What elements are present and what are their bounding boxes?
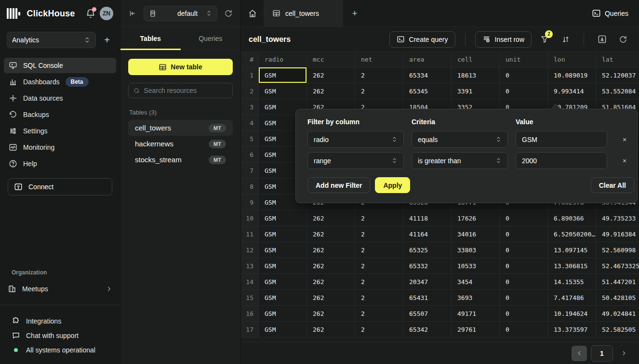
table-list-item-hackernews[interactable]: hackernews MT [128, 136, 233, 152]
previous-page-button[interactable] [572, 346, 587, 361]
add-workspace-button[interactable]: + [101, 34, 113, 46]
table-cell[interactable]: 262 [307, 290, 355, 306]
refresh-tables-icon[interactable] [223, 8, 234, 19]
table-cell[interactable]: 52.120037 [596, 67, 639, 83]
sidebar-item-sql-console[interactable]: SQL Console [4, 58, 116, 73]
filter-criteria-select-1[interactable]: equals [412, 131, 508, 148]
table-cell[interactable]: 3391 [452, 83, 500, 99]
table-cell[interactable]: 0 [500, 83, 548, 99]
table-cell[interactable]: 65325 [403, 242, 452, 258]
sidebar-item-monitoring[interactable]: Monitoring [4, 140, 116, 155]
table-cell[interactable]: 0 [500, 258, 548, 274]
table-cell[interactable]: 262 [307, 274, 355, 290]
table-cell[interactable]: 2 [355, 322, 403, 338]
search-input[interactable] [144, 87, 227, 94]
table-cell[interactable]: GSM [259, 258, 307, 274]
create-query-button[interactable]: Create query [389, 31, 455, 48]
sidebar-item-help[interactable]: Help [4, 156, 116, 171]
workspace-select[interactable]: Analytics [7, 32, 96, 48]
table-cell[interactable]: 6.52050200… [548, 226, 596, 242]
table-cell[interactable]: 0 [500, 290, 548, 306]
add-new-filter-button[interactable]: Add new Filter [307, 177, 370, 193]
system-status[interactable]: All systems operational [0, 343, 120, 357]
notifications-bell-icon[interactable] [85, 8, 96, 19]
open-tab-cell-towers[interactable]: cell_towers [264, 0, 343, 26]
table-cell[interactable]: 262 [307, 83, 355, 99]
table-cell[interactable]: 2 [355, 226, 403, 242]
table-cell[interactable]: 9.993414 [548, 83, 596, 99]
table-cell[interactable]: 29761 [452, 322, 500, 338]
table-cell[interactable]: 49.024841 [596, 306, 639, 322]
table-cell[interactable]: GSM [259, 242, 307, 258]
table-cell[interactable]: 262 [307, 242, 355, 258]
sort-button[interactable] [558, 31, 574, 48]
table-cell[interactable]: 3693 [452, 290, 500, 306]
table-cell[interactable]: 65431 [403, 290, 452, 306]
table-cell[interactable]: 33803 [452, 242, 500, 258]
table-cell[interactable]: 34016 [452, 226, 500, 242]
tab-queries[interactable]: Queries [181, 27, 241, 50]
table-cell[interactable]: 0 [500, 306, 548, 322]
table-cell[interactable]: 52.46733255 [596, 258, 639, 274]
table-list-item-cell-towers[interactable]: cell_towers MT [128, 120, 233, 136]
table-cell[interactable]: 262 [307, 258, 355, 274]
table-cell[interactable]: 262 [307, 226, 355, 242]
table-cell[interactable]: 13.097145 [548, 242, 596, 258]
remove-filter-2-button[interactable]: × [615, 157, 634, 165]
filter-value-input-2[interactable] [522, 157, 601, 165]
refresh-data-button[interactable] [615, 31, 631, 48]
table-cell[interactable]: 52.582505 [596, 322, 639, 338]
current-page[interactable]: 1 [591, 345, 613, 362]
table-cell[interactable]: 41118 [403, 210, 452, 226]
table-cell[interactable]: 10.194624 [548, 306, 596, 322]
table-cell[interactable]: 0 [500, 322, 548, 338]
table-cell[interactable]: 13.373597 [548, 322, 596, 338]
table-cell[interactable]: 49.735233 [596, 210, 639, 226]
table-cell[interactable]: 51.447201 [596, 274, 639, 290]
table-cell[interactable]: 65334 [403, 67, 452, 83]
table-cell[interactable]: 0 [500, 226, 548, 242]
filter-column-select-1[interactable]: radio [307, 131, 404, 148]
table-cell[interactable]: 262 [307, 306, 355, 322]
table-cell[interactable]: 0 [500, 242, 548, 258]
table-cell[interactable]: 7.417486 [548, 290, 596, 306]
sidebar-item-meetups[interactable]: Meetups [0, 281, 120, 297]
table-cell[interactable]: 65332 [403, 258, 452, 274]
new-table-button[interactable]: New table [128, 59, 233, 75]
table-cell[interactable]: 49.916384 [596, 226, 639, 242]
table-cell[interactable]: 52.560998 [596, 242, 639, 258]
table-cell[interactable]: GSM [259, 83, 307, 99]
sidebar-item-chat-support[interactable]: Chat with support [0, 328, 120, 343]
table-cell[interactable]: 2 [355, 306, 403, 322]
clear-all-filters-button[interactable]: Clear All [591, 177, 634, 193]
home-icon[interactable] [241, 0, 264, 26]
table-cell[interactable]: 262 [307, 210, 355, 226]
table-list-item-stocks-stream[interactable]: stocks_stream MT [128, 152, 233, 168]
table-cell[interactable]: 0 [500, 67, 548, 83]
table-cell[interactable]: 6.890366 [548, 210, 596, 226]
tab-tables[interactable]: Tables [120, 27, 181, 50]
table-cell[interactable]: 49171 [452, 306, 500, 322]
sidebar-item-integrations[interactable]: Integrations [0, 314, 120, 328]
search-resources[interactable] [128, 83, 233, 98]
table-cell[interactable]: 0 [500, 210, 548, 226]
insert-row-button[interactable]: Insert row [475, 31, 532, 48]
table-cell[interactable]: 20347 [403, 274, 452, 290]
collapse-panel-icon[interactable] [127, 8, 138, 19]
table-cell[interactable]: GSM [259, 67, 307, 83]
table-cell[interactable]: 17626 [452, 210, 500, 226]
table-cell[interactable]: 2 [355, 67, 403, 83]
download-button[interactable] [594, 31, 610, 48]
table-cell[interactable]: 10533 [452, 258, 500, 274]
table-cell[interactable]: GSM [259, 306, 307, 322]
table-cell[interactable]: 14.15355 [548, 274, 596, 290]
table-cell[interactable]: 13.306815 [548, 258, 596, 274]
table-cell[interactable]: 2 [355, 83, 403, 99]
filter-button[interactable]: 2 [536, 31, 553, 48]
table-cell[interactable]: 65345 [403, 83, 452, 99]
sidebar-item-data-sources[interactable]: Data sources [4, 91, 116, 106]
table-cell[interactable]: 2 [355, 210, 403, 226]
table-cell[interactable]: 18613 [452, 67, 500, 83]
table-cell[interactable]: GSM [259, 322, 307, 338]
filter-criteria-select-2[interactable]: is greater than [412, 152, 508, 169]
